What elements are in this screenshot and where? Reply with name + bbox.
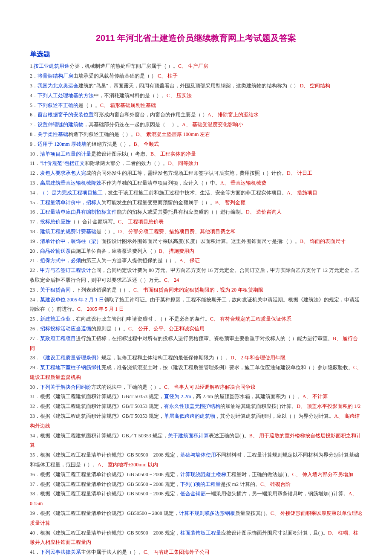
question-item: 13．高层建筑垂直运输机械降效不作为单独的工程量清单项目列项，应计入（ ）中。A… [30,178,362,188]
question-item: 3．我国为北京奥运会建筑的"鸟巢"，四面露天，四周有顶盖看台，外围及顶部采用型钢… [30,81,362,91]
question-item: 23．关于租赁合同，下列表述错误的是（ ）。C、 书面租赁合同未约定租赁期限的，… [30,285,362,295]
question-item: 10．清单项目工程量的计量是按设计图示以( ）考虑。B、 工程实体的净量 [30,149,362,159]
page-title: 2011 年河北省土建造价员继续教育网上考试题及答案 [30,30,362,46]
question-item: 32．根据《建筑工程建筑面积计算规范》GB/T 50353 规定，有永久性顶盖无… [30,402,362,411]
question-item: 29．某工程地下室柱子钢筋绑扎完成，准备浇筑混凝土时，按《建设工程质量管理条例》… [30,363,362,382]
question-item: 22．甲方与乙签订工程设计合同，合同约定设计费为 80 万元。甲方向乙方支付 1… [30,266,362,285]
question-item: 11．"计价规范"包括正文和附录两大部分，二者的效力（ ）。D、 同等效力 [30,159,362,168]
question-item: 28．《建设工程质量管理条例》规定，装修工程和主体结构工程的最低保修期限为（ ）… [30,353,362,363]
question-item: 40．根据《建筑工程工程量清单计价规范》GB 50500－2008 规定，柱面装… [30,528,362,548]
question-item: 16．工程量清单应由具有编制招标文件能力的招标人或受其委托具有相应资质的（ ）进… [30,207,362,217]
question-item: 33．根据《建筑工程建筑面积计算规范》GB/T 50353 规定，单层高低跨跨的… [30,411,362,431]
question-item: 17．投标总价应按（ ）合计金额填写。C、 工程项目总价表 [30,217,362,227]
question-item: 6．窗台根据窗子的安装位置可形成内窗台和外窗台，内窗台的作用主要是（ ）A、 排… [30,110,362,120]
question-item: 1.按工业建筑用途分类，机械制造厂的热处理车间厂房属于（ ）。C、 生产厂房 [30,61,362,71]
question-item: 18．建筑工程的规费计费基础是（ ）。D、 分部分项工程费、措施项目费、其他项目… [30,227,362,237]
question-item: 30．下列关于解决合同纠纷方式的说法中，正确的是（ ）。C、 当事人可以经调解程… [30,382,362,392]
question-item: 41．下列民事法律关系主体中属于法人的是（ ）。C、 丙省建工集团海外子公司 [30,547,362,555]
question-item: 12．发包人要求承包人完成的合同外发生的用工等，需经发包方现场工程师签字认可后实… [30,168,362,178]
question-item: 39．根据《建筑工程工程量清单计价规范》GB50500－2008 规定，计算不规… [30,509,362,528]
question-item: 35．根据《建筑工程工程量清单计价规范》GB 50500－2008 规定，基础与… [30,450,362,470]
question-item: 27．某政府工程项目进行施工招标，在招标过程中对所有的投标人进行资格预审。资格预… [30,334,362,353]
question-item: 14．（ ）是为完成工程项目施工，发生于该工程施工前和施工过程中技术、生活、安全… [30,188,362,198]
question-item: 7．设置伸缩缝的建筑物，其基础部分仍连在一起的原因是（ ）。A、 基础受温度变化… [30,120,362,130]
section-heading: 单选题 [30,48,362,61]
question-item: 19．清单计价中，装饰柱（梁）面按设计图示外围饰面尺寸乘以高度(长度）以面积计算… [30,237,362,246]
question-item: 25．新建施工企业，在向建设行政主管部门申请资质时，（ ）不是必备的条件。C、 … [30,314,362,324]
question-item: 5．下列叙述不正确的是（ ）。C、 箱形基础属刚性基础 [30,101,362,110]
question-item: 20．商品砼输送泵由施工单位自备，应将泵送费列入（ ）B、 措施费用内 [30,246,362,256]
question-item: 37．根据《建筑工程工程量清单计价规范》GB 50500－2008 规定，下列(… [30,480,362,489]
question-item: 38．根据《建筑工程工程量清单计价规范》GB 50500－2008 规定，低合金… [30,489,362,509]
question-item: 15．工程量清单计价中，招标人为可能发生的工程量变更而预留的金额属于（ ）。B、… [30,198,362,208]
question-item: 8．关于柔性基础构造下列叙述正确的是（ ）。D、 素混凝土垫层厚 100mm 左… [30,130,362,139]
question-item: 36．根据《建筑工程工程量清单计价规范》GB 50500－2008 规定，计算现… [30,470,362,480]
question-item: 4．下列人工处理地基的方法中，不消耗建筑材料的是（ ）。C、 压实法 [30,91,362,101]
question-item: 2．将骨架结构厂房由墙承受的风载荷传给基础的是（ ） C、 柱子 [30,71,362,81]
question-item: 21．担保方式中，必须由第三人为一方当事人提供担保的是（ ）。A、 保证 [30,256,362,266]
question-item: 9．适用于 120mm 厚砖墙的组砌方法是（ ）。B、 全顺式 [30,139,362,149]
question-item: 31．根据《建筑工程建筑面积计算规范》GB/T 50353 规定，直径为 2.2… [30,392,362,402]
question-item: 24．某建设单位 2005 年 2 月 1 日领取了施工许可证。由于某种原因，工… [30,295,362,315]
question-item: 34，根据《建筑工程建筑面积计算规范》GB／T 50353 规定，关于建筑面积计… [30,431,362,451]
question-list: 1.按工业建筑用途分类，机械制造厂的热处理车间厂房属于（ ）。C、 生产厂房2．… [30,61,362,555]
question-item: 26．招标投标活动应当遵循的原则是（ ）。C、 公开、公平、公正和诚实信用 [30,324,362,334]
